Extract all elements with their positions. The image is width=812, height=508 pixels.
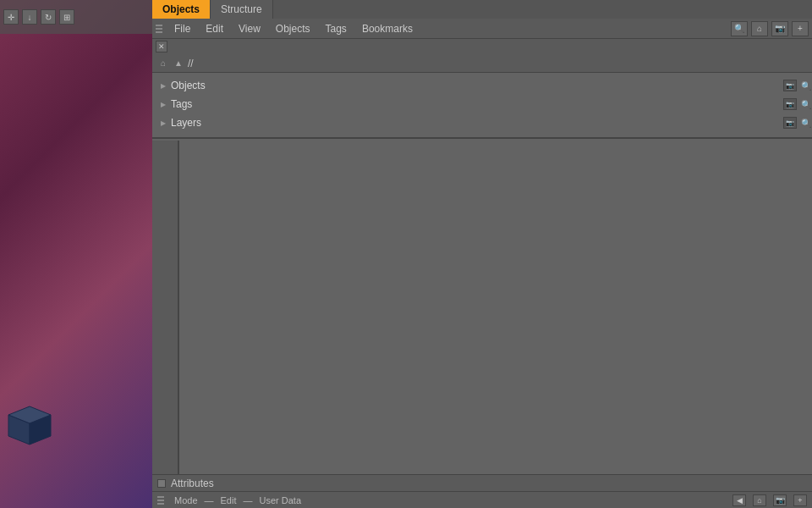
3d-object bbox=[0, 398, 59, 457]
tree-search-layers[interactable]: 🔍 bbox=[800, 117, 812, 129]
menu-grip bbox=[156, 22, 162, 36]
tree-arrow-layers: ▶ bbox=[161, 119, 167, 127]
path-text: // bbox=[188, 58, 194, 69]
tab-objects[interactable]: Objects bbox=[152, 0, 211, 19]
tree-search-tags[interactable]: 🔍 bbox=[800, 98, 812, 110]
path-bar: ⌂ ▲ // bbox=[152, 54, 812, 73]
tab-bar: Objects Structure bbox=[152, 0, 812, 19]
footer-grip bbox=[157, 494, 164, 507]
footer-icon-2[interactable]: ⌂ bbox=[753, 494, 766, 506]
tab-structure[interactable]: Structure bbox=[211, 0, 273, 19]
footer-icon-1[interactable]: ◀ bbox=[732, 494, 746, 506]
add-icon[interactable]: + bbox=[792, 21, 809, 36]
viewport: ✛ ↓ ↻ ⊞ bbox=[0, 0, 152, 508]
split-area bbox=[152, 141, 812, 474]
loop-icon[interactable]: ↻ bbox=[41, 9, 56, 25]
search-icon[interactable]: 🔍 bbox=[731, 21, 748, 36]
tree-icon-tags[interactable]: 📷 bbox=[783, 98, 797, 110]
menu-edit[interactable]: Edit bbox=[199, 21, 230, 36]
tree-search-objects[interactable]: 🔍 bbox=[800, 80, 812, 91]
tree-arrow-tags: ▶ bbox=[161, 101, 167, 108]
tree-label-objects: Objects bbox=[171, 80, 780, 91]
split-right-panel bbox=[179, 141, 812, 474]
path-home-btn[interactable]: ⌂ bbox=[157, 58, 169, 69]
menu-objects[interactable]: Objects bbox=[269, 21, 317, 36]
footer-edit[interactable]: Edit bbox=[221, 495, 237, 505]
split-left-panel bbox=[152, 141, 179, 474]
right-panel: Objects Structure File Edit View Objects… bbox=[152, 0, 812, 508]
divider bbox=[152, 137, 812, 139]
tree-icon-layers[interactable]: 📷 bbox=[783, 117, 797, 129]
tree-item-layers[interactable]: ▶ Layers 📷 🔍 bbox=[152, 113, 812, 132]
tree-label-tags: Tags bbox=[171, 98, 780, 110]
footer-userdata[interactable]: User Data bbox=[260, 495, 302, 505]
tree-arrow-objects: ▶ bbox=[161, 82, 167, 90]
menu-view[interactable]: View bbox=[232, 21, 267, 36]
tree-icon-objects[interactable]: 📷 bbox=[783, 80, 797, 91]
menu-file[interactable]: File bbox=[167, 21, 197, 36]
tree-label-layers: Layers bbox=[171, 117, 780, 129]
viewport-toolbar: ✛ ↓ ↻ ⊞ bbox=[0, 0, 152, 34]
tree-item-objects[interactable]: ▶ Objects 📷 🔍 bbox=[152, 76, 812, 95]
footer-mode[interactable]: Mode bbox=[174, 495, 198, 505]
menu-bookmarks[interactable]: Bookmarks bbox=[355, 21, 420, 36]
close-strip: ✕ bbox=[152, 39, 812, 54]
camera-icon[interactable]: 📷 bbox=[771, 21, 788, 36]
tree-container: ▶ Objects 📷 🔍 ▶ Tags 📷 🔍 ▶ Layers 📷 🔍 bbox=[152, 73, 812, 135]
path-back-btn[interactable]: ▲ bbox=[173, 58, 184, 69]
down-icon[interactable]: ↓ bbox=[22, 9, 37, 25]
close-button[interactable]: ✕ bbox=[156, 41, 167, 52]
move-icon[interactable]: ✛ bbox=[3, 9, 19, 25]
menu-tags[interactable]: Tags bbox=[319, 21, 354, 36]
footer-icon-4[interactable]: + bbox=[793, 494, 807, 506]
footer-sep1: — bbox=[205, 495, 214, 505]
attributes-square-icon bbox=[157, 479, 166, 488]
tree-item-tags[interactable]: ▶ Tags 📷 🔍 bbox=[152, 95, 812, 113]
attributes-label: Attributes bbox=[171, 478, 214, 489]
home-icon[interactable]: ⌂ bbox=[751, 21, 768, 36]
menu-bar: File Edit View Objects Tags Bookmarks 🔍 … bbox=[152, 19, 812, 39]
footer-icon-3[interactable]: 📷 bbox=[773, 494, 787, 506]
attributes-bar: Attributes bbox=[152, 474, 812, 491]
extra-icon[interactable]: ⊞ bbox=[59, 9, 74, 25]
footer-bar: Mode — Edit — User Data ◀ ⌂ 📷 + bbox=[152, 491, 812, 508]
footer-sep2: — bbox=[244, 495, 253, 505]
